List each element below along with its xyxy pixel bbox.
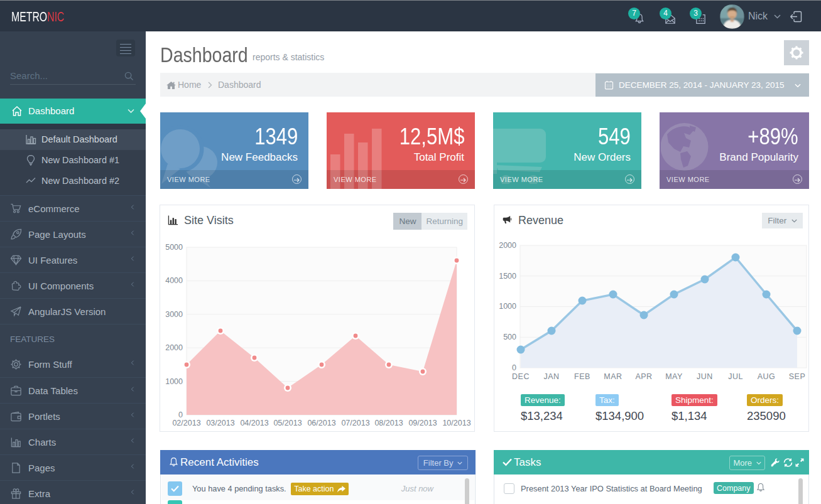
svg-text:DEC: DEC [512, 372, 530, 381]
svg-text:1000: 1000 [165, 377, 183, 386]
svg-text:1500: 1500 [499, 272, 516, 281]
svg-text:09/2013: 09/2013 [408, 419, 437, 427]
svg-text:APR: APR [635, 372, 652, 381]
svg-text:FEB: FEB [574, 372, 590, 381]
svg-text:2000: 2000 [499, 241, 516, 250]
svg-text:4000: 4000 [165, 276, 183, 285]
svg-text:JUL: JUL [728, 372, 743, 381]
svg-text:0: 0 [178, 410, 183, 419]
svg-text:AUG: AUG [758, 372, 776, 381]
svg-text:0: 0 [512, 363, 516, 372]
svg-text:05/2013: 05/2013 [273, 419, 302, 427]
svg-text:MAR: MAR [604, 372, 622, 381]
svg-text:MAY: MAY [665, 372, 683, 381]
svg-text:08/2013: 08/2013 [374, 419, 403, 427]
svg-text:10/2013: 10/2013 [442, 419, 470, 427]
svg-text:07/2013: 07/2013 [341, 419, 369, 427]
svg-text:5000: 5000 [165, 243, 183, 252]
svg-text:1000: 1000 [499, 302, 516, 311]
svg-text:06/2013: 06/2013 [307, 419, 335, 427]
svg-text:JAN: JAN [543, 372, 559, 381]
svg-text:2000: 2000 [165, 343, 183, 352]
svg-text:04/2013: 04/2013 [240, 419, 268, 427]
svg-text:02/2013: 02/2013 [172, 419, 200, 427]
svg-text:3000: 3000 [165, 310, 183, 319]
svg-text:500: 500 [503, 333, 516, 341]
svg-text:SEP: SEP [789, 372, 806, 381]
svg-text:03/2013: 03/2013 [206, 419, 234, 427]
svg-text:JUN: JUN [697, 372, 713, 381]
